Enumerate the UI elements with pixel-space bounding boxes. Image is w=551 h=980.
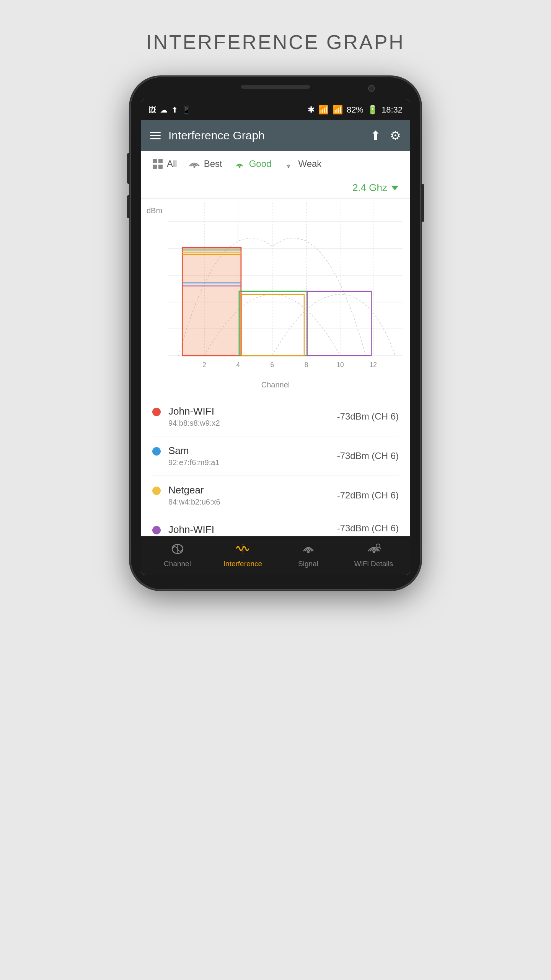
network-color-dot — [152, 447, 161, 456]
network-signal: -72dBm (CH 6) — [337, 490, 399, 501]
svg-point-4 — [193, 166, 195, 168]
svg-text:12: 12 — [370, 361, 377, 369]
filter-weak[interactable]: Weak — [283, 158, 321, 169]
network-mac: 84:w4:b2:u6:x6 — [168, 498, 337, 506]
network-mac: 94:b8:s8:w9:x2 — [168, 419, 337, 428]
frequency-bar: 2.4 Ghz — [141, 177, 410, 199]
filter-best[interactable]: Best — [189, 158, 222, 169]
filter-best-label: Best — [204, 158, 222, 169]
network-info: John-WIFI — [168, 524, 337, 536]
network-signal: -73dBm (CH 6) — [337, 451, 399, 461]
svg-rect-2 — [153, 165, 157, 169]
nav-interference-label: Interference — [223, 560, 262, 568]
nav-wifi-details-label: WiFi Details — [354, 560, 393, 568]
svg-rect-1 — [158, 159, 163, 163]
wifi-details-nav-icon — [367, 543, 381, 557]
frequency-selector[interactable]: 2.4 Ghz — [352, 182, 399, 194]
battery-pct: 82% — [347, 105, 364, 115]
network-info: John-WIFI 94:b8:s8:w9:x2 — [168, 405, 337, 428]
network-info: Sam 92:e7:f6:m9:a1 — [168, 445, 337, 467]
svg-point-5 — [238, 166, 240, 168]
network-name: Netgear — [168, 484, 337, 496]
device-icon: 📱 — [182, 105, 191, 114]
screenshot-icon: 🖼 — [148, 106, 156, 114]
phone-shell: 🖼 ☁ ⬆ 📱 ✱ 📶 📶 82% 🔋 18:32 Interference — [130, 77, 421, 590]
chart-area: dBm -50 -60 -70 -80 -90 -100 — [141, 199, 410, 397]
menu-button[interactable] — [150, 132, 161, 139]
network-color-dot — [152, 526, 161, 534]
svg-point-46 — [373, 551, 375, 553]
filter-all[interactable]: All — [152, 158, 177, 169]
signal-icon: 📶 — [333, 105, 343, 115]
nav-signal[interactable]: Signal — [276, 543, 341, 568]
svg-text:10: 10 — [336, 361, 344, 369]
battery-icon: 🔋 — [367, 105, 378, 115]
network-name: John-WIFI — [168, 524, 337, 536]
wifi-good-icon — [234, 159, 245, 168]
frequency-label: 2.4 Ghz — [352, 182, 387, 194]
svg-text:2: 2 — [202, 361, 206, 369]
svg-rect-26 — [182, 249, 241, 356]
svg-rect-35 — [307, 291, 372, 356]
signal-nav-icon — [302, 543, 315, 557]
filter-all-label: All — [167, 158, 177, 169]
interference-chart: dBm -50 -60 -70 -80 -90 -100 — [168, 203, 403, 379]
status-right-icons: ✱ 📶 📶 82% 🔋 18:32 — [308, 105, 403, 115]
svg-rect-34 — [242, 294, 304, 356]
time-display: 18:32 — [381, 105, 403, 115]
svg-text:6: 6 — [271, 361, 274, 369]
frequency-dropdown-arrow — [391, 186, 399, 190]
app-bar: Interference Graph ⬆ ⚙ — [141, 120, 410, 151]
cloud-icon: ☁ — [160, 105, 168, 114]
network-item[interactable]: John-WIFI 94:b8:s8:w9:x2 -73dBm (CH 6) — [152, 397, 399, 436]
share-button[interactable]: ⬆ — [370, 128, 381, 143]
phone-screen: 🖼 ☁ ⬆ 📱 ✱ 📶 📶 82% 🔋 18:32 Interference — [141, 100, 410, 575]
app-bar-title: Interference Graph — [168, 129, 361, 142]
x-axis-label: Channel — [145, 381, 406, 389]
page-title: INTERFERENCE GRAPH — [146, 31, 405, 54]
svg-point-6 — [288, 166, 290, 168]
network-item[interactable]: Sam 92:e7:f6:m9:a1 -73dBm (CH 6) — [152, 436, 399, 476]
svg-line-48 — [380, 547, 381, 549]
wifi-weak-icon — [283, 159, 294, 168]
upload-icon: ⬆ — [171, 105, 178, 114]
svg-text:4: 4 — [236, 361, 240, 369]
wifi-icon: 📶 — [318, 105, 329, 115]
svg-text:8: 8 — [305, 361, 308, 369]
network-item[interactable]: Netgear 84:w4:b2:u6:x6 -72dBm (CH 6) — [152, 476, 399, 515]
y-axis-label: dBm — [147, 206, 162, 215]
network-item-partial[interactable]: John-WIFI -73dBm (CH 6) — [152, 515, 399, 536]
svg-point-45 — [307, 551, 310, 553]
network-list: John-WIFI 94:b8:s8:w9:x2 -73dBm (CH 6) S… — [141, 397, 410, 536]
filter-good-label: Good — [249, 158, 272, 169]
phone-camera — [368, 85, 375, 92]
network-color-dot — [152, 487, 161, 495]
grid-icon — [152, 158, 163, 169]
interference-nav-icon — [236, 543, 250, 557]
status-left-icons: 🖼 ☁ ⬆ 📱 — [148, 105, 191, 114]
nav-wifi-details[interactable]: WiFi Details — [341, 543, 406, 568]
bluetooth-icon: ✱ — [308, 105, 315, 115]
nav-channel[interactable]: Channel — [145, 543, 210, 568]
network-mac: 92:e7:f6:m9:a1 — [168, 458, 337, 467]
nav-interference[interactable]: Interference — [210, 543, 276, 568]
wifi-best-icon — [189, 159, 200, 168]
power-button — [421, 184, 424, 222]
status-bar: 🖼 ☁ ⬆ 📱 ✱ 📶 📶 82% 🔋 18:32 — [141, 100, 410, 120]
svg-rect-0 — [153, 159, 157, 163]
network-name: John-WIFI — [168, 405, 337, 417]
svg-point-47 — [376, 544, 380, 548]
volume-down-button — [127, 195, 130, 218]
settings-button[interactable]: ⚙ — [390, 128, 401, 143]
bottom-nav: Channel Interference — [141, 536, 410, 575]
filter-weak-label: Weak — [298, 158, 321, 169]
nav-channel-label: Channel — [164, 560, 191, 568]
chart-svg: -50 -60 -70 -80 -90 -100 — [168, 203, 403, 379]
nav-signal-label: Signal — [298, 560, 318, 568]
network-signal: -73dBm (CH 6) — [337, 523, 399, 534]
network-name: Sam — [168, 445, 337, 457]
svg-rect-3 — [158, 165, 163, 169]
network-signal: -73dBm (CH 6) — [337, 411, 399, 422]
filter-good[interactable]: Good — [234, 158, 272, 169]
volume-up-button — [127, 153, 130, 184]
